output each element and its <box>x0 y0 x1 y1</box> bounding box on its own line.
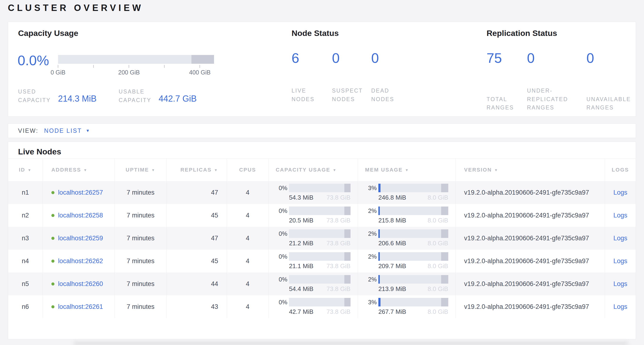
node-address-link[interactable]: localhost:26257 <box>58 189 103 196</box>
table-row: n6 localhost:26261 7 minutes 43 4 0% 42.… <box>8 295 636 318</box>
node-address-link[interactable]: localhost:26260 <box>58 280 103 288</box>
column-header-mem[interactable]: MEM USAGE▼ <box>358 159 456 181</box>
column-header-address[interactable]: ADDRESS▼ <box>43 159 115 181</box>
column-header-capacity[interactable]: CAPACITY USAGE▼ <box>268 159 358 181</box>
column-header-uptime[interactable]: UPTIME▼ <box>115 159 167 181</box>
node-address-link[interactable]: localhost:26261 <box>58 303 103 310</box>
node-uptime: 7 minutes <box>127 303 154 310</box>
mem-bar-fill <box>378 275 380 284</box>
live-nodes-panel: Live Nodes ID▼ADDRESS▼UPTIME▼REPLICAS▼CP… <box>8 142 636 339</box>
node-live-status-icon <box>51 191 54 194</box>
column-header-label: REPLICAS <box>180 167 212 173</box>
capacity-used-value: 42.7 MiB <box>289 308 314 315</box>
mem-percent: 2% <box>365 207 378 214</box>
capacity-max-value: 73.8 GiB <box>326 262 350 270</box>
node-uptime: 7 minutes <box>127 189 154 196</box>
capacity-percent: 0% <box>276 207 289 214</box>
sort-desc-icon: ▼ <box>405 168 409 172</box>
node-version: v19.2.0-alpha.20190606-2491-gfe735c9a97 <box>464 235 589 242</box>
axis-tick-label: 0 GiB <box>51 69 66 76</box>
node-version: v19.2.0-alpha.20190606-2491-gfe735c9a97 <box>464 280 589 288</box>
capacity-bar-reserved <box>344 229 350 238</box>
capacity-max-value: 73.8 GiB <box>326 194 350 201</box>
unavailable-ranges-label: UNAVAILABLE RANGES <box>586 95 644 112</box>
node-logs-link[interactable]: Logs <box>613 280 627 288</box>
node-uptime-cell: 7 minutes <box>115 272 167 295</box>
column-header-replicas[interactable]: REPLICAS▼ <box>167 159 227 181</box>
node-logs-cell: Logs <box>605 204 636 227</box>
node-version: v19.2.0-alpha.20190606-2491-gfe735c9a97 <box>464 212 589 219</box>
node-replicas: 47 <box>211 189 218 196</box>
node-logs-link[interactable]: Logs <box>613 303 627 310</box>
capacity-percent: 0% <box>276 299 289 306</box>
under-replicated-ranges-label: UNDER- REPLICATED RANGES <box>527 87 586 112</box>
capacity-bar <box>289 298 350 306</box>
node-id: n6 <box>22 303 29 310</box>
capacity-usage-heading: Capacity Usage <box>18 29 78 38</box>
node-version-cell: v19.2.0-alpha.20190606-2491-gfe735c9a97 <box>456 250 605 272</box>
mem-bar <box>378 184 448 192</box>
capacity-stats: USED CAPACITY 214.3 MiB USABLE CAPACITY … <box>18 88 197 105</box>
mem-max-value: 8.0 GiB <box>428 285 448 293</box>
replication-values: 75 0 0 <box>486 50 644 66</box>
table-row: n2 localhost:26258 7 minutes 45 4 0% 20.… <box>8 204 636 227</box>
mem-usage-cell: 2% 209.7 MiB 8.0 GiB <box>358 250 456 272</box>
view-selector-bar: VIEW: NODE LIST ▼ <box>8 124 636 138</box>
node-cpus-cell: 4 <box>227 204 268 227</box>
table-row: n4 localhost:26262 7 minutes 45 4 0% 21.… <box>8 250 636 272</box>
node-cpus-cell: 4 <box>227 181 268 204</box>
capacity-usage-cell: 0% 42.7 MiB 73.8 GiB <box>268 295 358 318</box>
view-dropdown[interactable]: NODE LIST ▼ <box>44 127 90 134</box>
node-uptime: 7 minutes <box>127 257 154 265</box>
node-logs-link[interactable]: Logs <box>613 189 627 196</box>
node-logs-link[interactable]: Logs <box>613 212 627 219</box>
cluster-summary-panel: Capacity Usage 0.0% 0 GiB200 GiB400 GiB … <box>8 22 636 117</box>
mem-max-value: 8.0 GiB <box>428 308 448 315</box>
column-header-label: ID <box>19 167 25 173</box>
replication-status-heading: Replication Status <box>486 29 557 38</box>
mem-used-value: 246.8 MiB <box>378 194 406 201</box>
mem-bar-reserved <box>441 252 448 261</box>
node-id-cell: n6 <box>8 295 43 318</box>
mem-bar-reserved <box>441 298 448 306</box>
column-header-label: CAPACITY USAGE <box>276 167 330 173</box>
node-logs-link[interactable]: Logs <box>613 235 627 242</box>
mem-usage-cell: 3% 246.8 MiB 8.0 GiB <box>358 181 456 204</box>
capacity-bar <box>289 206 350 215</box>
under-replicated-ranges-count: 0 <box>527 50 586 66</box>
suspect-nodes-label: SUSPECT NODES <box>332 87 371 104</box>
dead-nodes-count: 0 <box>371 50 424 66</box>
used-capacity-value: 214.3 MiB <box>58 94 119 105</box>
node-logs-link[interactable]: Logs <box>613 257 627 265</box>
mem-usage-cell: 2% 215.8 MiB 8.0 GiB <box>358 204 456 227</box>
mem-max-value: 8.0 GiB <box>428 262 448 270</box>
table-row: n5 localhost:26260 7 minutes 44 4 0% 54.… <box>8 272 636 295</box>
mem-used-value: 206.6 MiB <box>378 240 406 247</box>
node-address-link[interactable]: localhost:26262 <box>58 257 103 265</box>
column-header-cpus: CPUS <box>227 159 268 181</box>
mem-percent: 2% <box>365 253 378 260</box>
node-address-cell: localhost:26260 <box>43 272 115 295</box>
mem-bar-reserved <box>441 184 448 192</box>
capacity-usage-cell: 0% 20.5 MiB 73.8 GiB <box>268 204 358 227</box>
capacity-used-percent: 0.0% <box>18 52 49 68</box>
node-uptime: 7 minutes <box>127 235 154 242</box>
node-address-link[interactable]: localhost:26258 <box>58 212 103 219</box>
node-status-heading: Node Status <box>292 29 339 38</box>
column-header-label: MEM USAGE <box>365 167 402 173</box>
capacity-used-value: 21.1 MiB <box>289 262 314 270</box>
live-nodes-count: 6 <box>292 50 332 66</box>
total-ranges-label: TOTAL RANGES <box>486 95 527 112</box>
column-header-id[interactable]: ID▼ <box>8 159 43 181</box>
node-address-link[interactable]: localhost:26259 <box>58 235 103 242</box>
capacity-percent: 0% <box>276 276 289 283</box>
column-header-label: ADDRESS <box>51 167 81 173</box>
mem-bar <box>378 275 448 284</box>
column-header-version[interactable]: VERSION▼ <box>456 159 605 181</box>
capacity-usage-cell: 0% 21.1 MiB 73.8 GiB <box>268 250 358 272</box>
node-live-status-icon <box>51 282 54 285</box>
node-logs-cell: Logs <box>605 295 636 318</box>
capacity-used-value: 54.4 MiB <box>289 285 314 293</box>
sort-desc-icon: ▼ <box>28 168 32 172</box>
sort-desc-icon: ▼ <box>494 168 498 172</box>
